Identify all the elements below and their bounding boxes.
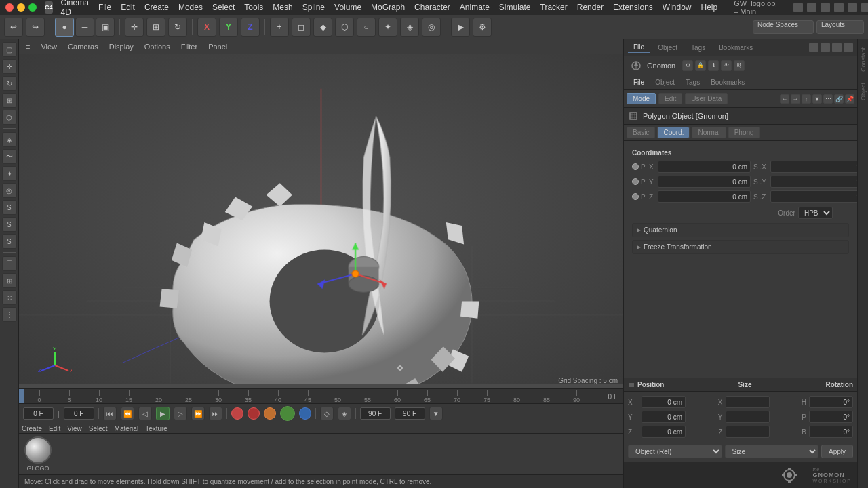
- select-btn[interactable]: ◻: [292, 18, 311, 37]
- vt-view[interactable]: View: [38, 43, 60, 51]
- next-frame-btn[interactable]: ⏩: [191, 407, 205, 420]
- coord-system-dropdown[interactable]: Object (Rel): [628, 445, 722, 458]
- ls-particles[interactable]: ⁙: [2, 290, 17, 305]
- vt-filter[interactable]: Filter: [178, 43, 200, 51]
- motion-path-btn[interactable]: [299, 407, 311, 420]
- pos-y-input[interactable]: [642, 411, 686, 423]
- ls-camera[interactable]: ◎: [2, 183, 17, 198]
- pz-radio[interactable]: [632, 193, 639, 200]
- start-frame-input[interactable]: [64, 407, 94, 420]
- apply-button[interactable]: Apply: [821, 445, 853, 458]
- ls-s2[interactable]: $: [2, 217, 17, 232]
- bcp-basic[interactable]: Basic: [627, 127, 655, 138]
- ls-more[interactable]: ⋮: [2, 307, 17, 322]
- sy-input[interactable]: [770, 176, 857, 188]
- px-input[interactable]: [658, 161, 751, 173]
- keyframe-btn-2[interactable]: ◈: [338, 407, 351, 420]
- mt-select[interactable]: Select: [89, 425, 108, 432]
- record-btn[interactable]: [231, 407, 243, 420]
- mode-more-btn[interactable]: ⋯: [823, 94, 833, 104]
- prev-keyframe-btn[interactable]: ◁: [138, 407, 152, 420]
- brush-btn[interactable]: ◆: [313, 18, 332, 37]
- rph-bookmarks[interactable]: Bookmarks: [713, 43, 758, 53]
- ls-rotate[interactable]: ↻: [2, 76, 17, 91]
- scale-tool[interactable]: ⊞: [146, 18, 165, 37]
- size-y-input[interactable]: 3.854 cm: [726, 411, 770, 423]
- bcp-normal[interactable]: Normal: [692, 127, 726, 138]
- rph-tags[interactable]: Tags: [686, 43, 711, 53]
- timeline-ruler[interactable]: 0 5 10 15 20 25 30 35 40 45 50 55 60 65 …: [19, 389, 623, 404]
- gnomon-eye-btn[interactable]: 👁: [721, 60, 732, 71]
- menu-simulate[interactable]: Simulate: [499, 3, 531, 12]
- autokey-btn[interactable]: [280, 406, 295, 421]
- mt-texture[interactable]: Texture: [145, 425, 167, 432]
- menu-select[interactable]: Select: [212, 3, 235, 12]
- menu-spline[interactable]: Spline: [302, 3, 325, 12]
- ls-s1[interactable]: $: [2, 200, 17, 215]
- record-param-btn[interactable]: [248, 407, 260, 420]
- cube-btn[interactable]: ⬡: [335, 18, 354, 37]
- points-mode[interactable]: ●: [55, 18, 74, 37]
- pos-x-input[interactable]: [642, 396, 686, 408]
- gnomon-settings-btn[interactable]: ⚙: [682, 60, 693, 71]
- null-btn[interactable]: ◎: [422, 18, 441, 37]
- ls-s3[interactable]: $: [2, 234, 17, 249]
- menu-edit[interactable]: Edit: [121, 3, 135, 12]
- vt-display[interactable]: Display: [106, 43, 136, 51]
- close-button[interactable]: [5, 3, 14, 12]
- psb-menu-btn[interactable]: [628, 382, 635, 388]
- sz-input[interactable]: [770, 190, 857, 203]
- scene-viewport[interactable]: [19, 54, 623, 384]
- ls-scale[interactable]: ⊞: [2, 93, 17, 108]
- rph-icon-4[interactable]: [844, 43, 853, 52]
- opt-file[interactable]: File: [628, 77, 650, 87]
- menu-tools[interactable]: Tools: [244, 3, 263, 12]
- bcp-phong[interactable]: Phong: [728, 127, 760, 138]
- next-keyframe-btn[interactable]: ▷: [174, 407, 187, 420]
- axis-z[interactable]: Z: [241, 18, 260, 37]
- add-obj-btn[interactable]: +: [270, 18, 289, 37]
- sx-input[interactable]: [770, 161, 857, 173]
- render-btn[interactable]: ▶: [451, 18, 470, 37]
- opt-bookmarks[interactable]: Bookmarks: [705, 77, 750, 87]
- menu-cinema4d[interactable]: Cinema 4D: [61, 0, 89, 17]
- bcp-coord[interactable]: Coord.: [657, 127, 690, 138]
- undo-button[interactable]: ↩: [4, 18, 23, 37]
- mt-edit[interactable]: Edit: [49, 425, 60, 432]
- rph-file[interactable]: File: [628, 42, 650, 53]
- py-input[interactable]: [658, 176, 751, 188]
- order-dropdown[interactable]: HPB: [798, 207, 833, 219]
- move-tool[interactable]: ✛: [125, 18, 144, 37]
- freeze-section[interactable]: ▶ Freeze Transformation: [632, 240, 849, 254]
- timeline-playhead[interactable]: [19, 389, 24, 403]
- mt-view[interactable]: View: [67, 425, 82, 432]
- fps-input[interactable]: [395, 407, 425, 420]
- layouts-dropdown[interactable]: Layouts: [816, 20, 864, 34]
- px-radio[interactable]: [632, 163, 639, 170]
- rph-icon-3[interactable]: [832, 43, 842, 52]
- mt-create[interactable]: Create: [22, 425, 42, 432]
- ls-bend[interactable]: ⌒: [2, 256, 17, 271]
- minimize-button[interactable]: [17, 3, 25, 12]
- goto-end-btn[interactable]: ⏭: [209, 407, 222, 420]
- rotate-tool[interactable]: ↻: [168, 18, 187, 37]
- end-frame-input[interactable]: [360, 407, 391, 420]
- menu-volume[interactable]: Volume: [334, 3, 361, 12]
- axis-y[interactable]: Y: [219, 18, 238, 37]
- rot-p-input[interactable]: [809, 411, 853, 423]
- menu-mesh[interactable]: Mesh: [273, 3, 292, 12]
- ls-move[interactable]: ✛: [2, 59, 17, 74]
- play-btn[interactable]: ▶: [156, 407, 170, 420]
- rph-object[interactable]: Object: [652, 43, 683, 53]
- ls-grid[interactable]: ⊞: [2, 273, 17, 288]
- transform-mode-dropdown[interactable]: Size: [725, 445, 819, 458]
- rot-b-input[interactable]: [809, 426, 853, 438]
- edges-mode[interactable]: ─: [75, 18, 94, 37]
- rph-icon-1[interactable]: [809, 43, 818, 52]
- gnomon-chain-btn[interactable]: ⛓: [734, 60, 745, 71]
- mode-up-btn[interactable]: ↑: [802, 94, 811, 104]
- mode-tab-mode[interactable]: Mode: [627, 93, 656, 104]
- menu-file[interactable]: File: [98, 3, 111, 12]
- vt-panels[interactable]: ≡: [23, 43, 33, 51]
- gnomon-lock-btn[interactable]: 🔒: [695, 60, 706, 71]
